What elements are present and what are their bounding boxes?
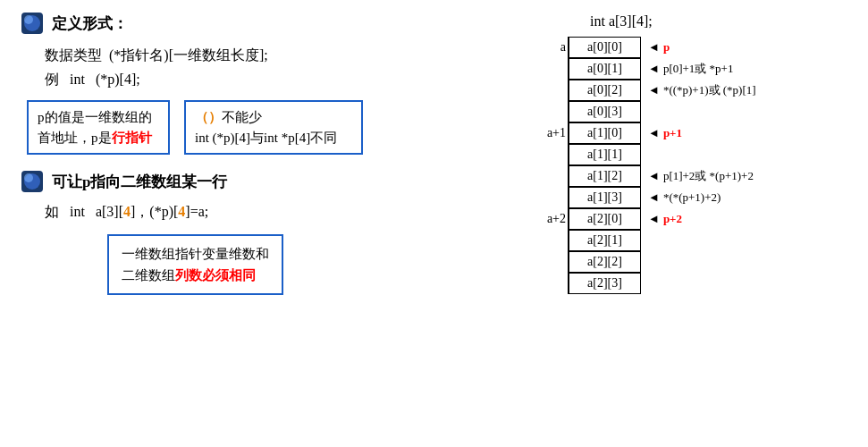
right-panel: int a[3][4]; a a+1 a+2 a[0][0] a[0] [536,9,867,295]
annotation-8: ◄ p+2 [648,208,756,230]
callout-box-1: p的值是一维数组的 首地址，p是行指针 [27,100,170,155]
callout-box-2: （）不能少 int (*p)[4]与int *p[4]不同 [184,100,363,155]
arrow-0: ◄ [648,40,660,55]
section1-title: 定义形式： [18,9,518,38]
bottom-callout-box: 一维数组指针变量维数和 二维数组列数必须相同 [107,234,283,295]
svg-point-5 [24,173,33,182]
section2-title: 可让p指向二维数组某一行 [18,167,518,196]
annotation-2: ◄ *((*p)+1)或 (*p)[1] [648,80,756,101]
group-label-empty9 [536,273,568,294]
svg-point-2 [24,15,33,24]
left-group-labels: a a+1 a+2 [536,37,568,294]
cell-1-1: a[1][1] [569,144,641,165]
annotation-7: ◄ *(*(p+1)+2) [648,187,756,208]
arrow-2: ◄ [648,83,660,97]
group-label-empty7 [536,230,568,251]
group-label-a1: a+1 [536,122,568,144]
arrow-7: ◄ [648,190,660,205]
right-annotations: ◄ p ◄ p[0]+1或 *p+1 ◄ *((*p)+1)或 (*p)[1] … [648,37,756,294]
callout-row: p的值是一维数组的 首地址，p是行指针 （）不能少 int (*p)[4]与in… [27,100,518,155]
arrow-8: ◄ [648,212,660,226]
annotation-4: ◄ p+1 [648,122,756,144]
cell-1-0: a[1][0] [569,122,641,144]
diamond-icon-2 [18,167,46,196]
annotation-6: ◄ p[1]+2或 *(p+1)+2 [648,165,756,187]
section2-example: 如 int a[3][4]，(*p)[4]=a; [45,203,518,222]
label-p1plus2: p[1]+2或 *(p+1)+2 [663,168,754,184]
cell-0-1: a[0][1] [569,58,641,80]
callout1-line2: 首地址，p是行指针 [38,128,159,148]
label-p0plus1: p[0]+1或 *p+1 [663,61,734,77]
cell-0-3: a[0][3] [569,101,641,122]
arrow-4: ◄ [648,126,660,140]
cell-0-2: a[0][2] [569,80,641,101]
cell-1-3: a[1][3] [569,187,641,208]
label-p2: p+2 [663,212,682,226]
callout2-line1: （）不能少 [195,107,352,128]
cell-2-0: a[2][0] [569,208,641,230]
group-label-a: a [536,37,568,58]
bottom-box-line2: 二维数组列数必须相同 [122,265,269,286]
definition-line: 数据类型 (*指针名)[一维数组长度]; [45,46,518,65]
group-label-empty4 [536,144,568,165]
group-label-a2: a+2 [536,208,568,230]
section2-label: 可让p指向二维数组某一行 [52,172,227,192]
cell-1-2: a[1][2] [569,165,641,187]
bottom-box-line1: 一维数组指针变量维数和 [122,243,269,265]
section1-label: 定义形式： [52,13,128,34]
arrow-6: ◄ [648,169,660,183]
annotation-9 [648,230,756,251]
main-container: 定义形式： 数据类型 (*指针名)[一维数组长度]; 例 int (*p)[4]… [0,0,868,304]
array-cells: a[0][0] a[0][1] a[0][2] a[0][3] a[1][0] … [568,37,641,294]
callout1-line1: p的值是一维数组的 [38,107,159,128]
cell-2-3: a[2][3] [569,273,641,294]
label-deref2: *(*(p+1)+2) [663,190,721,205]
cell-0-0: a[0][0] [569,37,641,58]
group-label-empty6 [536,187,568,208]
left-panel: 定义形式： 数据类型 (*指针名)[一维数组长度]; 例 int (*p)[4]… [18,9,518,295]
example-line1: 例 int (*p)[4]; [45,71,518,89]
group-label-empty2 [536,80,568,101]
annotation-0: ◄ p [648,37,756,58]
diamond-icon [18,9,46,38]
group-label-empty1 [536,58,568,80]
section2: 可让p指向二维数组某一行 如 int a[3][4]，(*p)[4]=a; 一维… [18,167,518,295]
group-label-empty8 [536,251,568,273]
array-header: int a[3][4]; [590,13,867,30]
label-p1: p+1 [663,126,682,140]
cell-2-2: a[2][2] [569,251,641,273]
annotation-5 [648,144,756,165]
group-label-empty5 [536,165,568,187]
cell-2-1: a[2][1] [569,230,641,251]
annotation-1: ◄ p[0]+1或 *p+1 [648,58,756,80]
annotation-3 [648,101,756,122]
callout2-line2: int (*p)[4]与int *p[4]不同 [195,128,352,148]
group-label-empty3 [536,101,568,122]
annotation-10 [648,251,756,273]
bottom-box-highlight: 列数必须相同 [175,268,256,283]
callout1-highlight: 行指针 [112,131,152,145]
section1-content: 数据类型 (*指针名)[一维数组长度]; 例 int (*p)[4]; [45,46,518,89]
annotation-11 [648,273,756,294]
arrow-1: ◄ [648,62,660,76]
array-diagram: a a+1 a+2 a[0][0] a[0][1] a[0][2] a[0][3… [536,37,867,294]
label-p: p [663,40,670,55]
label-deref: *((*p)+1)或 (*p)[1] [663,82,756,98]
